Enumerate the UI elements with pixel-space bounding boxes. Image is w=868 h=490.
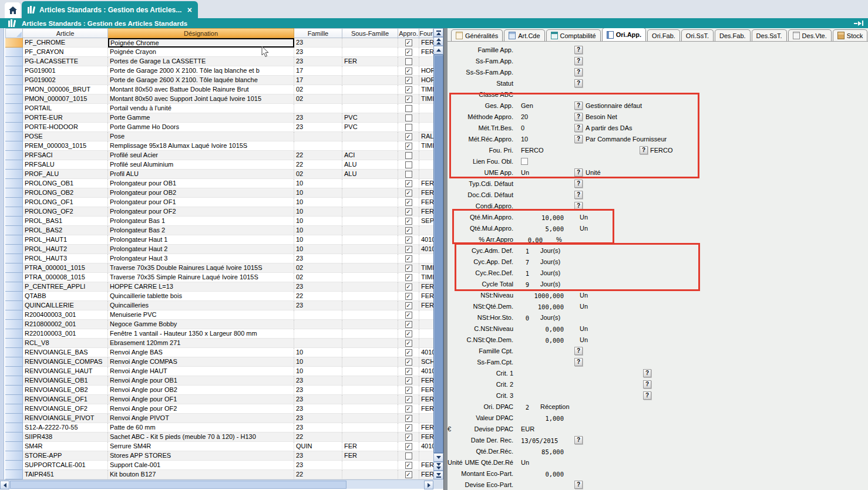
cell-designation[interactable]: Prolongateur Haut 3 bbox=[108, 254, 294, 263]
cell-fournisseur[interactable] bbox=[419, 414, 433, 423]
cell-designation[interactable]: Prolongateur pour OF2 bbox=[108, 207, 294, 217]
cell-designation[interactable]: Stores APP STORES bbox=[108, 451, 294, 461]
table-row[interactable]: SM4RSerrure SM4RQUINFER✓4010 bbox=[5, 442, 433, 451]
cell-fournisseur[interactable] bbox=[419, 310, 433, 320]
table-row[interactable]: SIIPR438Sachet ABC - Kit 5 pieds (meuble… bbox=[5, 432, 433, 442]
cell-appro[interactable]: ✓ bbox=[398, 461, 419, 470]
table-row[interactable]: PG-LACASSETTEPortes de Garage La CASSETT… bbox=[5, 57, 433, 66]
scroll-first-button[interactable] bbox=[433, 28, 443, 37]
cell-appro[interactable]: ✓ bbox=[398, 357, 419, 367]
appro-checkbox[interactable]: ✓ bbox=[405, 133, 412, 140]
cell-sous-famille[interactable] bbox=[342, 376, 398, 386]
table-row[interactable]: RENVOIANGLE_BASRenvoi Angle BAS10✓4010 bbox=[5, 348, 433, 357]
cell-sous-famille[interactable] bbox=[342, 226, 398, 235]
cell-fournisseur[interactable] bbox=[419, 113, 433, 123]
row-header[interactable] bbox=[5, 329, 23, 339]
cell-fournisseur[interactable]: FER bbox=[419, 282, 433, 292]
cell-appro[interactable]: ✓ bbox=[398, 198, 419, 207]
cell-article[interactable]: PROL_BAS1 bbox=[23, 217, 108, 226]
cell-famille[interactable]: 22 bbox=[294, 470, 342, 479]
cell-fournisseur[interactable] bbox=[419, 329, 433, 339]
appro-checkbox[interactable] bbox=[405, 452, 412, 459]
cell-sous-famille[interactable] bbox=[342, 329, 398, 339]
cell-designation[interactable]: Renvoi Angle pour OF1 bbox=[108, 395, 294, 404]
cell-appro[interactable]: ✓ bbox=[398, 188, 419, 198]
row-header[interactable] bbox=[5, 104, 23, 113]
cell-fournisseur[interactable]: SCH bbox=[419, 357, 433, 367]
cell-article[interactable]: POSE bbox=[23, 132, 108, 141]
cell-famille[interactable]: 10 bbox=[294, 245, 342, 254]
cell-designation[interactable]: Renvoi Angle PIVOT bbox=[108, 414, 294, 423]
cell-sous-famille[interactable] bbox=[342, 254, 398, 263]
row-header[interactable] bbox=[5, 395, 23, 404]
row-header[interactable] bbox=[5, 160, 23, 170]
close-icon[interactable]: × bbox=[187, 6, 192, 14]
table-row[interactable]: PF_CRAYONPoignée Crayon23✓FER bbox=[5, 48, 433, 57]
cell-fournisseur[interactable] bbox=[419, 151, 433, 160]
cell-famille[interactable]: 23 bbox=[294, 123, 342, 132]
appro-checkbox[interactable]: ✓ bbox=[405, 143, 412, 150]
cell-famille[interactable]: 23 bbox=[294, 451, 342, 461]
row-header[interactable] bbox=[5, 254, 23, 263]
cell-article[interactable]: RENVOIANGLE_BAS bbox=[23, 348, 108, 357]
appro-checkbox[interactable] bbox=[405, 105, 412, 112]
cell-appro[interactable]: ✓ bbox=[398, 217, 419, 226]
cell-appro[interactable]: ✓ bbox=[398, 348, 419, 357]
corner-header[interactable] bbox=[5, 28, 23, 38]
cell-fournisseur[interactable]: FER bbox=[419, 461, 433, 470]
lookup-button[interactable]: ? bbox=[574, 481, 583, 489]
table-row[interactable]: R220100003_001Fenêtre 1 vantail - Hauteu… bbox=[5, 329, 433, 339]
cell-designation[interactable]: Renvoi Angle pour OB1 bbox=[108, 376, 294, 386]
cell-designation[interactable]: Montant 80x50 avec Battue Double Rainure… bbox=[108, 85, 294, 94]
cell-famille[interactable] bbox=[294, 329, 342, 339]
table-row[interactable]: RCL_V8Ebrasement 120mm 271✓ bbox=[5, 339, 433, 348]
cell-sous-famille[interactable] bbox=[342, 348, 398, 357]
cell-sous-famille[interactable] bbox=[342, 179, 398, 188]
row-header[interactable] bbox=[5, 348, 23, 357]
cell-sous-famille[interactable] bbox=[342, 198, 398, 207]
appro-checkbox[interactable] bbox=[405, 161, 412, 168]
table-row[interactable]: R200400003_001Menuiserie PVC✓ bbox=[5, 310, 433, 320]
row-header[interactable] bbox=[5, 357, 23, 367]
cell-designation[interactable]: Quincaillerie tablette bois bbox=[108, 292, 294, 301]
table-row[interactable]: SUPPORTCALE-001Support Cale-00123✓FER bbox=[5, 461, 433, 470]
cell-famille[interactable]: 23 bbox=[294, 404, 342, 414]
cell-designation[interactable]: Patte de 60 mm bbox=[108, 423, 294, 432]
tab-des-fab-[interactable]: Des.Fab. bbox=[715, 29, 751, 41]
cell-fournisseur[interactable] bbox=[419, 339, 433, 348]
vertical-scrollbar-thumb[interactable] bbox=[433, 55, 443, 453]
appro-checkbox[interactable]: ✓ bbox=[405, 190, 412, 197]
cell-appro[interactable] bbox=[398, 123, 419, 132]
cell-fournisseur[interactable]: HOR bbox=[419, 66, 433, 76]
cell-appro[interactable] bbox=[398, 451, 419, 461]
cell-appro[interactable]: ✓ bbox=[398, 235, 419, 245]
cell-famille[interactable]: 22 bbox=[294, 151, 342, 160]
cell-article[interactable]: RENVOIANGLE_COMPAS bbox=[23, 357, 108, 367]
cell-famille[interactable]: 17 bbox=[294, 76, 342, 85]
table-row[interactable]: QTABBQuincaillerie tablette bois22✓FER bbox=[5, 292, 433, 301]
appro-checkbox[interactable]: ✓ bbox=[405, 312, 412, 319]
cell-famille[interactable]: 22 bbox=[294, 432, 342, 442]
cell-fournisseur[interactable]: FER bbox=[419, 207, 433, 217]
cell-appro[interactable] bbox=[398, 160, 419, 170]
cell-sous-famille[interactable] bbox=[342, 432, 398, 442]
scroll-left-button[interactable] bbox=[0, 481, 9, 489]
table-row[interactable]: P_CENTREE_APPLIHOPPE CARRE L=1323✓FER bbox=[5, 282, 433, 292]
appro-checkbox[interactable]: ✓ bbox=[405, 283, 412, 290]
cell-fournisseur[interactable]: FER bbox=[419, 395, 433, 404]
row-header[interactable] bbox=[5, 432, 23, 442]
cell-designation[interactable]: Porte de Garage 2000 X 2100. Tôle laq bl… bbox=[108, 66, 294, 76]
appro-checkbox[interactable]: ✓ bbox=[405, 471, 412, 478]
cell-designation[interactable]: Remplissage 95x18 Alumax Laqué Ivoire 10… bbox=[108, 141, 294, 151]
cell-famille[interactable]: 10 bbox=[294, 235, 342, 245]
lookup-button[interactable]: ? bbox=[574, 68, 583, 76]
cell-famille[interactable]: 23 bbox=[294, 38, 342, 48]
cell-famille[interactable]: 22 bbox=[294, 160, 342, 170]
appro-checkbox[interactable]: ✓ bbox=[405, 359, 412, 366]
table-row[interactable]: RENVOIANGLE_PIVOTRenvoi Angle PIVOT23✓ bbox=[5, 414, 433, 423]
cell-article[interactable]: PG-LACASSETTE bbox=[23, 57, 108, 66]
cell-fournisseur[interactable]: 4010 bbox=[419, 245, 433, 254]
row-header[interactable] bbox=[5, 263, 23, 273]
cell-appro[interactable]: ✓ bbox=[398, 376, 419, 386]
table-row[interactable]: PROL_BAS2Prolongateur Bas 210✓ bbox=[5, 226, 433, 235]
